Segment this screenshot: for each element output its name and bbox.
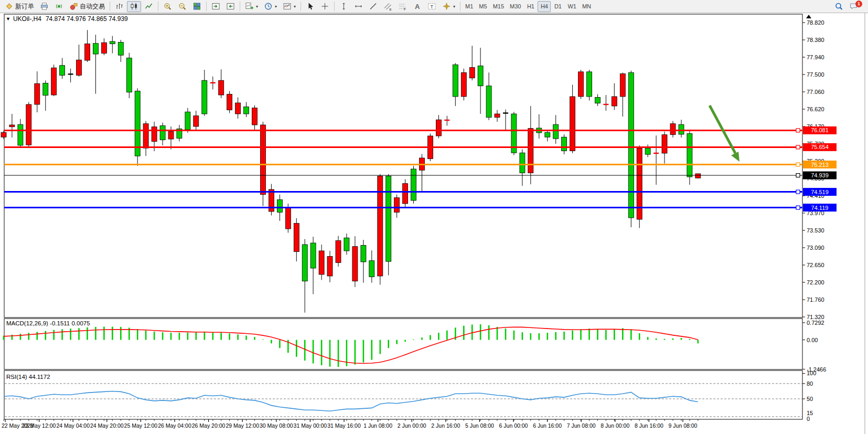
svg-text:E: E <box>390 8 392 11</box>
svg-text:23 May 12:00: 23 May 12:00 <box>23 422 56 429</box>
search-icon <box>834 2 843 10</box>
search-button[interactable] <box>832 1 846 12</box>
timeframe-h4[interactable]: H4 <box>538 1 551 12</box>
zoom-out-icon <box>178 2 187 10</box>
symbol-dropdown-icon[interactable]: ▼ <box>6 16 10 22</box>
svg-text:77.060: 77.060 <box>807 89 824 95</box>
svg-text:77.500: 77.500 <box>807 71 824 78</box>
new-order-button[interactable]: 新订单 <box>2 1 37 12</box>
shift-marker-icon <box>806 15 811 18</box>
trendline-icon <box>369 2 378 10</box>
dropdown-caret-icon: ▾ <box>256 4 258 9</box>
chart-autoscroll-button[interactable] <box>209 1 223 12</box>
svg-text:76.081: 76.081 <box>811 127 829 133</box>
svg-text:7 Jun 08:00: 7 Jun 08:00 <box>567 422 596 429</box>
shapes-icon <box>442 2 451 10</box>
toolbar-separator <box>206 2 207 11</box>
label-button[interactable]: T <box>425 1 439 12</box>
vline-button[interactable] <box>337 1 351 12</box>
svg-text:0: 0 <box>807 416 810 422</box>
crosshair-icon <box>320 2 329 10</box>
fibonacci-button[interactable]: F <box>395 1 410 12</box>
timeframe-d1[interactable]: D1 <box>551 1 564 12</box>
dropdown-caret-icon: ▾ <box>294 4 296 9</box>
channel-button[interactable]: E <box>381 1 395 12</box>
panel-left-icon <box>226 2 235 10</box>
timeframe-m15[interactable]: M15 <box>490 1 507 12</box>
hline-icon <box>354 2 363 10</box>
svg-text:T: T <box>431 4 434 9</box>
candlestick-button[interactable] <box>127 1 141 12</box>
chart-shift-button[interactable] <box>223 1 238 12</box>
new-chart-button[interactable]: ▾ <box>242 1 261 12</box>
trend-arrow[interactable] <box>710 105 740 162</box>
svg-text:A: A <box>415 3 420 10</box>
toolbar-right-group: 1 <box>832 1 861 12</box>
zoom-in-button[interactable] <box>160 1 175 12</box>
toolbar-separator <box>110 2 110 11</box>
print-icon <box>40 2 49 10</box>
trendline-button[interactable] <box>366 1 380 12</box>
timeframe-mn[interactable]: MN <box>580 1 594 12</box>
panel-right-icon <box>211 2 220 10</box>
chart-window[interactable]: ▼UKOil-,H474.874 74.976 74.865 74.939 MA… <box>0 13 868 434</box>
crosshair-button[interactable] <box>318 1 332 12</box>
hline-button[interactable] <box>351 1 366 12</box>
notifications-button[interactable]: 1 <box>846 1 861 12</box>
svg-text:F: F <box>404 7 406 11</box>
timeframe-m1[interactable]: M1 <box>463 1 476 12</box>
print-button[interactable] <box>37 1 51 12</box>
toolbar-separator <box>240 2 240 11</box>
auto-trading-button[interactable]: 自动交易 <box>67 1 108 12</box>
cursor-icon <box>306 2 315 10</box>
svg-text:9 Jun 08:00: 9 Jun 08:00 <box>669 422 698 429</box>
tile-windows-button[interactable] <box>190 1 204 12</box>
new-order-button-label: 新订单 <box>15 2 34 11</box>
rsi-panel: 1008050150 <box>4 370 816 422</box>
label-icon: T <box>427 2 436 10</box>
candles-layer <box>1 30 701 313</box>
svg-text:2 Jun 16:00: 2 Jun 16:00 <box>431 422 460 429</box>
svg-text:29 May 12:00: 29 May 12:00 <box>226 422 259 429</box>
autotrade-icon <box>69 2 78 10</box>
time-axis: 22 May 202323 May 12:0024 May 04:0024 Ma… <box>2 419 698 429</box>
timeframe-h1[interactable]: H1 <box>524 1 537 12</box>
svg-text:8 Jun 16:00: 8 Jun 16:00 <box>635 422 663 429</box>
rsi-line <box>4 391 698 411</box>
svg-text:76.620: 76.620 <box>807 106 824 112</box>
periods-button[interactable]: ▾ <box>261 1 280 12</box>
bar-chart-button[interactable] <box>112 1 126 12</box>
svg-text:78.380: 78.380 <box>807 37 824 43</box>
dropdown-caret-icon: ▾ <box>453 4 455 9</box>
template-button[interactable]: ▾ <box>280 1 298 12</box>
svg-text:24 May 04:00: 24 May 04:00 <box>56 422 90 429</box>
timeframe-w1[interactable]: W1 <box>565 1 579 12</box>
svg-text:0.00: 0.00 <box>807 337 818 343</box>
svg-text:73.530: 73.530 <box>807 227 824 234</box>
svg-text:6 Jun 16:00: 6 Jun 16:00 <box>533 422 562 429</box>
svg-text:26 May 20:00: 26 May 20:00 <box>192 422 226 429</box>
symbol-label: ▼UKOil-,H474.874 74.976 74.865 74.939 <box>6 15 128 23</box>
svg-text:72.200: 72.200 <box>807 279 824 285</box>
fibonacci-icon: F <box>398 2 407 10</box>
shapes-button[interactable]: ▾ <box>440 1 458 12</box>
line-chart-button[interactable] <box>142 1 156 12</box>
zoom-out-button[interactable] <box>175 1 189 12</box>
chart-canvas[interactable]: 78.82078.38077.94077.50077.06076.62076.1… <box>0 13 868 434</box>
svg-text:77.940: 77.940 <box>807 54 824 60</box>
toolbar: 新订单自动交易▾▾▾EFAT▾ M1M5M15M30H1H4D1W1MN 1 <box>0 0 868 13</box>
svg-text:31 May 00:00: 31 May 00:00 <box>294 422 327 429</box>
line-chart-icon <box>144 2 153 10</box>
svg-text:25 May 12:00: 25 May 12:00 <box>124 422 158 429</box>
timeframe-m5[interactable]: M5 <box>476 1 489 12</box>
toolbar-timeframes-group: M1M5M15M30H1H4D1W1MN <box>463 1 594 12</box>
signal-button[interactable] <box>52 1 66 12</box>
svg-text:73.090: 73.090 <box>807 245 824 251</box>
channel-icon: E <box>383 2 392 10</box>
svg-text:24 May 20:00: 24 May 20:00 <box>90 422 124 429</box>
svg-text:50: 50 <box>807 396 813 402</box>
timeframe-m30[interactable]: M30 <box>507 1 523 12</box>
cursor-button[interactable] <box>303 1 317 12</box>
toolbar-main-group: 新订单自动交易▾▾▾EFAT▾ <box>2 1 462 12</box>
text-button[interactable]: A <box>410 1 424 12</box>
